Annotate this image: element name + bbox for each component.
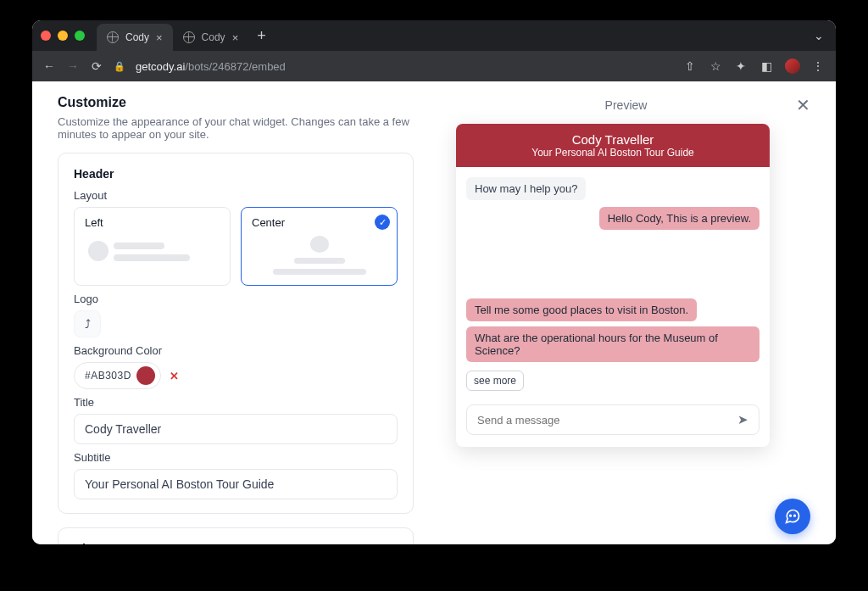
minimize-window-button[interactable] xyxy=(58,31,68,41)
layout-label: Layout xyxy=(74,189,398,202)
chat-widget-preview: Cody Traveller Your Personal AI Boston T… xyxy=(456,124,770,447)
extensions-icon[interactable]: ✦ xyxy=(734,59,748,73)
upload-icon: ⤴ xyxy=(85,317,91,331)
profile-avatar[interactable] xyxy=(785,59,800,74)
remove-color-button[interactable]: ✕ xyxy=(170,370,179,382)
panel-heading: Header xyxy=(74,167,398,181)
close-preview-button[interactable]: ✕ xyxy=(796,95,810,115)
chat-bubble-icon xyxy=(784,508,801,525)
page-title: Customize xyxy=(58,95,431,110)
chat-panel: Chat Message Size xyxy=(58,527,414,544)
new-tab-button[interactable]: + xyxy=(257,27,266,45)
tab-bar: Cody × Cody × + ⌄ xyxy=(32,20,836,51)
layout-left-preview xyxy=(85,236,220,268)
browser-tab-active[interactable]: Cody × xyxy=(97,24,173,51)
header-panel: Header Layout Left ✓ Center xyxy=(58,153,414,514)
forward-button[interactable]: → xyxy=(66,59,80,73)
globe-icon xyxy=(107,31,119,43)
svg-point-0 xyxy=(790,515,792,516)
chat-launcher-button[interactable] xyxy=(775,499,810,534)
widget-title: Cody Traveller xyxy=(463,132,763,147)
share-icon[interactable]: ⇧ xyxy=(683,59,697,73)
tab-title: Cody xyxy=(202,31,225,43)
svg-point-1 xyxy=(794,515,796,516)
reload-button[interactable]: ⟳ xyxy=(90,59,103,73)
preview-label: Preview xyxy=(456,98,796,112)
widget-input-row: ➤ xyxy=(466,404,760,435)
widget-header: Cody Traveller Your Personal AI Boston T… xyxy=(456,124,770,167)
color-swatch xyxy=(136,366,155,385)
browser-tab-inactive[interactable]: Cody × xyxy=(173,24,249,51)
subtitle-label: Subtitle xyxy=(74,451,398,464)
check-icon: ✓ xyxy=(375,215,390,230)
browser-window: Cody × Cody × + ⌄ ← → ⟳ 🔒 getcody.ai/bot… xyxy=(32,20,836,544)
close-tab-icon[interactable]: × xyxy=(156,31,163,44)
subtitle-input[interactable] xyxy=(74,469,398,499)
logo-label: Logo xyxy=(74,293,398,305)
user-message: Hello Cody, This is a preview. xyxy=(599,207,760,230)
suggestion-chip[interactable]: Tell me some good places to visit in Bos… xyxy=(466,298,697,321)
lock-icon: 🔒 xyxy=(114,61,125,72)
tab-title: Cody xyxy=(125,31,149,43)
url-display[interactable]: getcody.ai/bots/246872/embed xyxy=(136,60,286,73)
bot-message: How may I help you? xyxy=(466,177,586,200)
close-tab-icon[interactable]: × xyxy=(232,31,239,44)
sidepanel-icon[interactable]: ◧ xyxy=(760,59,773,73)
color-value: #AB303D xyxy=(85,370,131,382)
menu-icon[interactable]: ⋮ xyxy=(812,59,826,73)
address-bar: ← → ⟳ 🔒 getcody.ai/bots/246872/embed ⇧ ☆… xyxy=(32,51,836,81)
title-input[interactable] xyxy=(74,414,398,444)
send-icon[interactable]: ➤ xyxy=(737,412,748,427)
globe-icon xyxy=(183,31,195,43)
upload-logo-button[interactable]: ⤴ xyxy=(74,310,101,337)
window-controls xyxy=(41,31,85,41)
color-picker[interactable]: #AB303D xyxy=(74,362,161,389)
page-content: Customize Customize the appearance of yo… xyxy=(32,81,836,544)
page-subtitle: Customize the appearance of your chat wi… xyxy=(58,115,431,141)
bookmark-icon[interactable]: ☆ xyxy=(709,59,722,73)
bg-color-label: Background Color xyxy=(74,344,398,357)
layout-option-left[interactable]: Left xyxy=(74,207,231,286)
layout-option-center[interactable]: ✓ Center xyxy=(241,207,398,286)
see-more-button[interactable]: see more xyxy=(466,371,524,391)
title-label: Title xyxy=(74,396,398,409)
widget-subtitle: Your Personal AI Boston Tour Guide xyxy=(463,147,763,159)
suggestion-chip[interactable]: What are the operational hours for the M… xyxy=(466,326,760,362)
layout-center-preview xyxy=(252,236,387,275)
widget-message-input[interactable] xyxy=(477,414,737,427)
maximize-window-button[interactable] xyxy=(75,31,85,41)
tabs-dropdown-icon[interactable]: ⌄ xyxy=(814,29,824,42)
back-button[interactable]: ← xyxy=(42,59,56,73)
panel-heading: Chat xyxy=(74,542,398,544)
close-window-button[interactable] xyxy=(41,31,51,41)
